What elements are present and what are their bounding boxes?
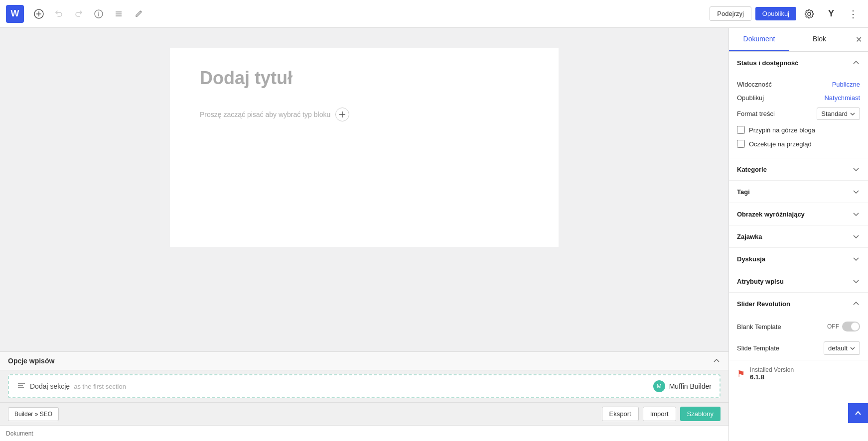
format-select[interactable]: Standard (817, 108, 860, 120)
scroll-to-top-button[interactable] (848, 403, 868, 423)
widocznosc-label: Widoczność (737, 81, 772, 88)
section-tagi: Tagi (729, 181, 868, 203)
przypnij-checkbox[interactable] (737, 126, 745, 134)
footer-actions: Eksport Import Szablony (602, 407, 721, 421)
add-block-button[interactable] (30, 5, 48, 23)
dokument-status: Dokument (6, 430, 33, 437)
section-status: Status i dostępność Widoczność Publiczne… (729, 52, 868, 158)
section-kategorie-title: Kategorie (737, 166, 767, 173)
section-status-content: Widoczność Publiczne Opublikuj Natychmia… (729, 74, 868, 158)
section-status-chevron-up (852, 59, 860, 67)
installed-version-row: ⚑ Installed Version 6.1.8 (729, 360, 868, 387)
blank-template-inner-row: Blank Template OFF (737, 319, 860, 334)
installed-version-label: Installed Version (750, 366, 794, 373)
blank-template-toggle[interactable]: OFF (827, 322, 860, 331)
block-placeholder-text: Proszę zacząć pisać aby wybrać typ bloku (200, 110, 330, 118)
edit-button[interactable] (130, 5, 147, 23)
tab-blok[interactable]: Blok (789, 28, 850, 51)
yoast-icon: Y (828, 8, 834, 19)
redo-button[interactable] (70, 5, 88, 23)
section-tagi-title: Tagi (737, 188, 750, 196)
section-dyskusja-chevron (852, 255, 860, 263)
tab-dokument[interactable]: Dokument (729, 28, 789, 51)
section-zajawka: Zajawka (729, 225, 868, 248)
blank-template-row: Blank Template OFF (729, 315, 868, 336)
opcje-wpisow-chevron (713, 357, 721, 365)
muffin-bar-left: Dodaj sekcję as the first section (17, 381, 126, 392)
preview-button[interactable]: Podejrzyj (710, 6, 751, 21)
toggle-off-label: OFF (827, 323, 839, 330)
muffin-builder-name: Muffin Builder (669, 382, 712, 390)
section-obrazek-header[interactable]: Obrazek wyróżniający (729, 203, 868, 225)
format-chevron-icon (850, 111, 856, 117)
editor-area: Dodaj tytuł Proszę zacząć pisać aby wybr… (0, 28, 728, 441)
section-dyskusja-title: Dyskusja (737, 255, 765, 263)
muffin-builder-bar[interactable]: Dodaj sekcję as the first section M Muff… (8, 374, 721, 398)
import-button[interactable]: Import (643, 407, 676, 421)
slide-template-row: Slide Template default (729, 336, 868, 360)
list-view-button[interactable] (110, 5, 128, 23)
format-value: Standard (821, 110, 848, 117)
yoast-button[interactable]: Y (822, 5, 840, 23)
section-zajawka-header[interactable]: Zajawka (729, 225, 868, 247)
section-status-header[interactable]: Status i dostępność (729, 52, 868, 74)
section-slider-chevron-up (852, 300, 860, 308)
flag-icon: ⚑ (737, 368, 745, 379)
section-slider-revolution: Slider Revolution Blank Template OFF Sli… (729, 293, 868, 360)
installed-version-number: 6.1.8 (750, 373, 794, 381)
section-atrybuty-header[interactable]: Atrybuty wpisu (729, 270, 868, 292)
sidebar-body: Status i dostępność Widoczność Publiczne… (729, 52, 868, 441)
section-kategorie-header[interactable]: Kategorie (729, 158, 868, 180)
blank-template-label: Blank Template (737, 323, 781, 331)
footer-bar: Builder » SEO Eksport Import Szablony (0, 402, 728, 425)
section-kategorie-chevron (852, 165, 860, 173)
oczekuje-row: Oczekuje na przegląd (737, 137, 860, 151)
align-icon (17, 381, 26, 392)
toolbar-right: Podejrzyj Opublikuj Y ⋮ (710, 5, 862, 23)
szablony-button[interactable]: Szablony (680, 407, 721, 421)
settings-button[interactable] (800, 5, 818, 23)
slide-template-value: default (828, 344, 848, 352)
more-options-button[interactable]: ⋮ (844, 5, 862, 23)
wp-logo[interactable]: W (6, 5, 24, 23)
opublikuj-row: Opublikuj Natychmiast (737, 91, 860, 105)
publish-button[interactable]: Opublikuj (755, 7, 796, 20)
format-row: Format treści Standard (737, 105, 860, 123)
section-slider-header[interactable]: Slider Revolution (729, 293, 868, 315)
opcje-wpisow-title: Opcje wpisów (8, 357, 54, 365)
muffin-bar-right: M Muffin Builder (653, 380, 712, 392)
section-atrybuty: Atrybuty wpisu (729, 270, 868, 293)
toggle-off-switch[interactable] (842, 322, 860, 331)
editor-content: Dodaj tytuł Proszę zacząć pisać aby wybr… (170, 48, 559, 247)
main-layout: Dodaj tytuł Proszę zacząć pisać aby wybr… (0, 28, 868, 441)
section-atrybuty-chevron (852, 277, 860, 285)
section-dyskusja-header[interactable]: Dyskusja (729, 248, 868, 270)
section-obrazek: Obrazek wyróżniający (729, 203, 868, 225)
svg-point-5 (98, 11, 99, 12)
slide-template-label: Slide Template (737, 344, 779, 352)
builder-seo-button[interactable]: Builder » SEO (8, 407, 59, 421)
block-inserter-area[interactable]: Proszę zacząć pisać aby wybrać typ bloku (200, 104, 529, 125)
widocznosc-row: Widoczność Publiczne (737, 78, 860, 91)
wp-logo-text: W (11, 8, 19, 19)
format-label: Format treści (737, 110, 775, 117)
widocznosc-value[interactable]: Publiczne (832, 81, 860, 88)
oczekuje-checkbox[interactable] (737, 140, 745, 148)
opcje-wpisow-bar[interactable]: Opcje wpisów (0, 351, 728, 370)
section-tagi-header[interactable]: Tagi (729, 181, 868, 203)
status-bar: Dokument (0, 425, 728, 441)
section-dyskusja: Dyskusja (729, 248, 868, 270)
block-add-button[interactable] (335, 108, 349, 121)
post-title[interactable]: Dodaj tytuł (200, 68, 529, 89)
sidebar-close-button[interactable]: ✕ (850, 30, 868, 49)
section-obrazek-title: Obrazek wyróżniający (737, 211, 805, 218)
opublikuj-label: Opublikuj (737, 94, 764, 102)
opublikuj-value[interactable]: Natychmiast (824, 94, 860, 102)
slide-template-select[interactable]: default (824, 341, 860, 355)
eksport-button[interactable]: Eksport (602, 407, 639, 421)
muffin-icon: M (653, 380, 665, 392)
info-button[interactable] (90, 5, 108, 23)
undo-button[interactable] (50, 5, 68, 23)
section-status-title: Status i dostępność (737, 59, 799, 67)
section-obrazek-chevron (852, 210, 860, 218)
